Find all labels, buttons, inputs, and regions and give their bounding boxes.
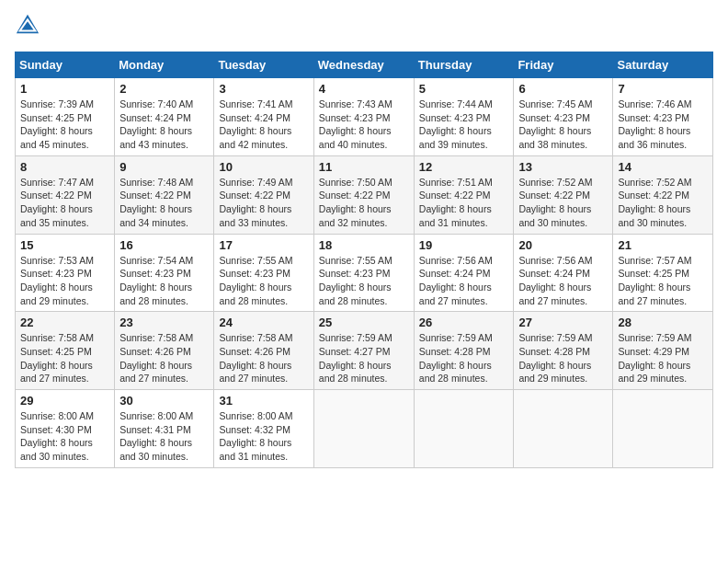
day-number: 10 [219,160,308,174]
day-number: 1 [20,82,109,96]
day-info: Sunrise: 7:48 AMSunset: 4:22 PMDaylight:… [119,176,209,230]
calendar-cell: 19Sunrise: 7:56 AMSunset: 4:24 PMDayligh… [414,234,514,312]
day-info: Sunrise: 8:00 AMSunset: 4:31 PMDaylight:… [119,409,209,464]
day-info: Sunrise: 7:53 AMSunset: 4:23 PMDaylight:… [20,254,109,308]
calendar-dow-tuesday: Tuesday [214,52,313,78]
day-number: 12 [419,160,509,174]
calendar-cell: 3Sunrise: 7:41 AMSunset: 4:24 PMDaylight… [214,78,313,156]
calendar-cell: 21Sunrise: 7:57 AMSunset: 4:25 PMDayligh… [613,234,713,312]
calendar-cell: 14Sunrise: 7:52 AMSunset: 4:22 PMDayligh… [613,155,713,234]
day-number: 13 [518,160,608,174]
day-info: Sunrise: 7:49 AMSunset: 4:22 PMDaylight:… [219,176,308,230]
calendar-cell: 11Sunrise: 7:50 AMSunset: 4:22 PMDayligh… [313,155,414,234]
day-number: 6 [518,82,608,96]
day-number: 7 [618,82,708,96]
day-info: Sunrise: 7:59 AMSunset: 4:28 PMDaylight:… [518,331,608,385]
day-info: Sunrise: 8:00 AMSunset: 4:32 PMDaylight:… [219,409,308,464]
day-info: Sunrise: 7:56 AMSunset: 4:24 PMDaylight:… [419,254,509,308]
calendar-cell: 12Sunrise: 7:51 AMSunset: 4:22 PMDayligh… [414,155,514,234]
day-info: Sunrise: 7:59 AMSunset: 4:27 PMDaylight:… [319,331,409,385]
day-info: Sunrise: 7:44 AMSunset: 4:23 PMDaylight:… [419,98,509,152]
day-info: Sunrise: 7:46 AMSunset: 4:23 PMDaylight:… [618,98,708,152]
calendar-cell: 18Sunrise: 7:55 AMSunset: 4:23 PMDayligh… [313,234,414,312]
calendar-cell: 10Sunrise: 7:49 AMSunset: 4:22 PMDayligh… [214,155,313,234]
day-info: Sunrise: 7:41 AMSunset: 4:24 PMDaylight:… [219,98,308,152]
day-number: 18 [319,238,409,252]
calendar-cell: 16Sunrise: 7:54 AMSunset: 4:23 PMDayligh… [115,234,214,312]
calendar-cell: 15Sunrise: 7:53 AMSunset: 4:23 PMDayligh… [16,234,115,312]
day-info: Sunrise: 7:55 AMSunset: 4:23 PMDaylight:… [319,254,409,308]
day-info: Sunrise: 7:56 AMSunset: 4:24 PMDaylight:… [518,254,608,308]
day-info: Sunrise: 7:59 AMSunset: 4:28 PMDaylight:… [419,331,509,385]
day-info: Sunrise: 7:55 AMSunset: 4:23 PMDaylight:… [219,254,308,308]
day-number: 15 [20,238,109,252]
calendar-cell: 27Sunrise: 7:59 AMSunset: 4:28 PMDayligh… [514,312,613,390]
calendar-week-5: 29Sunrise: 8:00 AMSunset: 4:30 PMDayligh… [16,390,713,468]
day-number: 5 [419,82,509,96]
calendar-dow-saturday: Saturday [613,52,713,78]
calendar-cell: 26Sunrise: 7:59 AMSunset: 4:28 PMDayligh… [414,312,514,390]
calendar-dow-thursday: Thursday [414,52,514,78]
day-info: Sunrise: 7:39 AMSunset: 4:25 PMDaylight:… [20,98,109,152]
logo [15,15,44,40]
day-info: Sunrise: 8:00 AMSunset: 4:30 PMDaylight:… [20,409,109,464]
day-number: 27 [518,316,608,329]
calendar-cell [514,390,613,468]
day-number: 24 [219,316,308,329]
day-number: 19 [419,238,509,252]
day-number: 21 [618,238,708,252]
day-number: 3 [219,82,308,96]
day-number: 26 [419,316,509,329]
calendar-week-4: 22Sunrise: 7:58 AMSunset: 4:25 PMDayligh… [16,312,713,390]
day-info: Sunrise: 7:40 AMSunset: 4:24 PMDaylight:… [119,98,209,152]
day-info: Sunrise: 7:58 AMSunset: 4:25 PMDaylight:… [20,331,109,385]
day-number: 8 [20,160,109,174]
day-number: 30 [119,394,209,408]
calendar-cell: 22Sunrise: 7:58 AMSunset: 4:25 PMDayligh… [16,312,115,390]
calendar-cell: 30Sunrise: 8:00 AMSunset: 4:31 PMDayligh… [115,390,214,468]
day-number: 16 [119,238,209,252]
page-header [15,15,713,40]
calendar-cell: 29Sunrise: 8:00 AMSunset: 4:30 PMDayligh… [16,390,115,468]
calendar-cell: 4Sunrise: 7:43 AMSunset: 4:23 PMDaylight… [313,78,414,156]
day-number: 22 [20,316,109,329]
day-number: 11 [319,160,409,174]
calendar-cell [414,390,514,468]
day-info: Sunrise: 7:54 AMSunset: 4:23 PMDaylight:… [119,254,209,308]
calendar-cell: 5Sunrise: 7:44 AMSunset: 4:23 PMDaylight… [414,78,514,156]
calendar-cell: 13Sunrise: 7:52 AMSunset: 4:22 PMDayligh… [514,155,613,234]
day-number: 28 [618,316,708,329]
calendar-cell: 8Sunrise: 7:47 AMSunset: 4:22 PMDaylight… [16,155,115,234]
calendar-week-2: 8Sunrise: 7:47 AMSunset: 4:22 PMDaylight… [16,155,713,234]
day-info: Sunrise: 7:47 AMSunset: 4:22 PMDaylight:… [20,176,109,230]
day-info: Sunrise: 7:52 AMSunset: 4:22 PMDaylight:… [518,176,608,230]
day-info: Sunrise: 7:45 AMSunset: 4:23 PMDaylight:… [518,98,608,152]
calendar-cell: 1Sunrise: 7:39 AMSunset: 4:25 PMDaylight… [16,78,115,156]
day-info: Sunrise: 7:50 AMSunset: 4:22 PMDaylight:… [319,176,409,230]
day-number: 4 [319,82,409,96]
day-number: 23 [119,316,209,329]
calendar-dow-sunday: Sunday [16,52,115,78]
day-info: Sunrise: 7:57 AMSunset: 4:25 PMDaylight:… [618,254,708,308]
logo-icon [15,11,40,37]
day-number: 14 [618,160,708,174]
day-number: 20 [518,238,608,252]
calendar-cell: 9Sunrise: 7:48 AMSunset: 4:22 PMDaylight… [115,155,214,234]
day-info: Sunrise: 7:58 AMSunset: 4:26 PMDaylight:… [219,331,308,385]
day-info: Sunrise: 7:59 AMSunset: 4:29 PMDaylight:… [618,331,708,385]
day-number: 31 [219,394,308,408]
calendar-dow-friday: Friday [514,52,613,78]
day-info: Sunrise: 7:58 AMSunset: 4:26 PMDaylight:… [119,331,209,385]
calendar-dow-wednesday: Wednesday [313,52,414,78]
day-number: 29 [20,394,109,408]
day-info: Sunrise: 7:51 AMSunset: 4:22 PMDaylight:… [419,176,509,230]
calendar-week-3: 15Sunrise: 7:53 AMSunset: 4:23 PMDayligh… [16,234,713,312]
calendar-cell: 28Sunrise: 7:59 AMSunset: 4:29 PMDayligh… [613,312,713,390]
calendar-cell: 25Sunrise: 7:59 AMSunset: 4:27 PMDayligh… [313,312,414,390]
calendar-cell: 2Sunrise: 7:40 AMSunset: 4:24 PMDaylight… [115,78,214,156]
day-number: 9 [119,160,209,174]
day-number: 25 [319,316,409,329]
calendar-cell: 7Sunrise: 7:46 AMSunset: 4:23 PMDaylight… [613,78,713,156]
calendar-cell [613,390,713,468]
day-number: 17 [219,238,308,252]
